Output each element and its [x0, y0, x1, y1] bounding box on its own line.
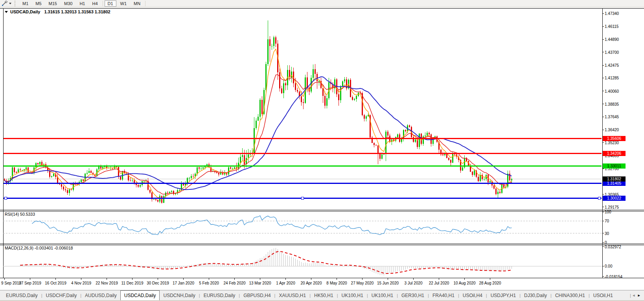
price-axis-tick: 1.36420 [605, 128, 619, 132]
date-axis-label: 30 Dec 2019 [147, 281, 169, 285]
rsi-label: RSI(14) 50.5333 [5, 212, 35, 217]
date-axis-label: 3 Jul 2020 [404, 281, 422, 285]
timeframe-h1-button[interactable]: H1 [76, 0, 88, 7]
price-axis-tick: 1.35230 [605, 141, 619, 145]
timeframe-d1-button[interactable]: D1 [105, 0, 116, 7]
macd-label: MACD(12,26,9) -0.003401 -0.006018 [5, 246, 73, 250]
timeframe-m5-button[interactable]: M5 [32, 0, 44, 7]
tab-usdjpy-h1[interactable]: USDJPY,H1 [487, 290, 519, 300]
tab-eurusd-daily[interactable]: EURUSD,Daily [2, 290, 41, 300]
date-axis-label: 1 Apr 2020 [276, 281, 295, 285]
tab-gbpusd-h4[interactable]: GBPUSD,H4 [240, 290, 274, 300]
tab-scroll-left-icon[interactable]: ◂ [631, 293, 637, 298]
tab-scroll-arrows: | ◂ ▸ [630, 290, 644, 300]
drawing-tools-icon[interactable] [0, 0, 13, 7]
chart-ohlc-values: 1.31615 1.32013 1.31563 1.31802 [44, 9, 110, 14]
macd-axis-tick: 0.032972 [605, 245, 621, 249]
toolbar-separator [145, 1, 145, 6]
price-axis-tick: 1.29175 [605, 205, 619, 209]
tab-dj30-daily[interactable]: DJ30,Daily [521, 290, 550, 300]
date-axis-label: 11 Dec 2019 [121, 281, 144, 285]
date-axis-label: 17 Jan 2020 [173, 281, 194, 285]
date-axis-label: 16 Oct 2019 [45, 281, 66, 285]
date-axis-label: 20 Apr 2020 [301, 281, 322, 285]
macd-axis-tick: 0.00 [605, 264, 612, 268]
rsi-axis-tick: 70 [605, 219, 609, 223]
price-axis-tick: 1.44890 [605, 37, 619, 42]
tab-hk50-h1[interactable]: HK50,H1 [311, 290, 337, 300]
date-axis-label: 27 Sep 2019 [19, 281, 41, 285]
toolbar-grip [15, 1, 17, 6]
tab-fra40-h1[interactable]: FRA40,H1 [429, 290, 458, 300]
timeframe-m1-button[interactable]: M1 [19, 0, 31, 7]
date-axis-label: 24 Feb 2020 [223, 281, 245, 285]
tab-china300-h1[interactable]: CHINA300,H1 [552, 290, 589, 300]
hline-handle-1[interactable] [301, 197, 304, 199]
date-axis-label: 4 Nov 2019 [71, 281, 91, 285]
chart-symbol-period: USDCAD,Daily [10, 9, 40, 14]
chart-tabs-bar: EURUSD,Daily|USDCHF,Daily|AUDUSD,DailyUS… [0, 290, 644, 300]
price-badge-1.35606: 1.35606 [603, 136, 626, 141]
price-axis-tick: 1.47340 [605, 11, 619, 16]
tab-uk100-h1[interactable]: UK100,H1 [338, 290, 367, 300]
chart-tabs: EURUSD,Daily|USDCHF,Daily|AUDUSD,DailyUS… [2, 290, 616, 300]
tab-usdcnh-daily[interactable]: USDCNH,Daily [160, 290, 199, 300]
chart-canvas[interactable] [0, 7, 644, 290]
price-axis-tick: 1.46115 [605, 24, 618, 29]
date-axis-label: 13 Mar 2020 [249, 281, 271, 285]
date-axis-label: 8 May 2020 [326, 281, 347, 285]
timeframe-h4-button[interactable]: H4 [89, 0, 101, 7]
tab-uk100-h1[interactable]: UK100,H1 [368, 290, 397, 300]
toolbar-separator [103, 1, 103, 6]
chart-window[interactable]: USDCAD,Daily 1.31615 1.32013 1.31563 1.3… [0, 7, 644, 290]
price-badge-1.33011: 1.33011 [603, 163, 626, 169]
price-axis-tick: 1.38835 [605, 102, 619, 106]
date-axis-label: 22 Nov 2019 [96, 281, 118, 285]
tab-eurusd-daily[interactable]: EURUSD,Daily [200, 290, 239, 300]
date-axis-label: 27 May 2020 [351, 281, 374, 285]
tab-audusd-daily[interactable]: AUDUSD,Daily [81, 290, 120, 300]
date-axis-label: 10 Aug 2020 [453, 281, 475, 285]
date-axis-label: 5 Feb 2020 [199, 281, 219, 285]
price-axis-tick: 1.41285 [605, 76, 619, 80]
date-axis-label: 15 Jun 2020 [377, 281, 399, 285]
tab-usoil-h4[interactable]: USOil,H4 [459, 290, 486, 300]
price-axis-tick: 1.42475 [605, 63, 619, 68]
current-price-badge: 1.31802 [603, 176, 626, 182]
price-badge-1.34206: 1.34206 [603, 151, 626, 156]
chart-menu-icon[interactable] [5, 11, 8, 13]
hline-handle-0[interactable] [4, 197, 7, 199]
tab-usoil-h1[interactable]: USOil,H1 [590, 290, 616, 300]
price-axis-tick: 1.37645 [605, 115, 619, 119]
rsi-axis-tick: 100 [605, 210, 611, 214]
date-axis-label: 22 Jul 2020 [429, 281, 449, 285]
top-toolbar: M1M5M15M30H1H4D1W1MN [0, 0, 644, 7]
hline-handle-2[interactable] [598, 197, 600, 199]
rsi-axis-tick: 0 [605, 240, 607, 245]
timeframe-mn-button[interactable]: MN [131, 0, 144, 7]
date-axis-label: 28 Aug 2020 [479, 281, 501, 285]
tab-xauusd-h1[interactable]: XAUUSD,H1 [275, 290, 309, 300]
tab-usdcad-daily[interactable]: USDCAD,Daily [120, 290, 160, 300]
timeframe-m30-button[interactable]: M30 [61, 0, 75, 7]
tab-usdchf-daily[interactable]: USDCHF,Daily [42, 290, 81, 300]
timeframe-w1-button[interactable]: W1 [117, 0, 130, 7]
dropdown-arrow-icon [9, 3, 11, 4]
tab-ger30-h1[interactable]: GER30,H1 [398, 290, 428, 300]
price-badge-1.30022: 1.30022 [603, 196, 626, 201]
tab-scroll-right-icon[interactable]: ▸ [636, 293, 642, 298]
rsi-axis-tick: 30 [605, 231, 609, 236]
timeframe-m15-button[interactable]: M15 [46, 0, 60, 7]
chart-title: USDCAD,Daily 1.31615 1.32013 1.31563 1.3… [5, 9, 110, 14]
timeframe-buttons: M1M5M15M30H1H4D1W1MN [19, 0, 147, 7]
date-axis-label: 9 Sep 2019 [1, 281, 21, 285]
price-axis-tick: 1.43700 [605, 50, 619, 55]
pen-icon [2, 1, 8, 6]
price-axis-tick: 1.40060 [605, 89, 619, 94]
macd-axis-tick: -0.018154 [605, 275, 622, 279]
